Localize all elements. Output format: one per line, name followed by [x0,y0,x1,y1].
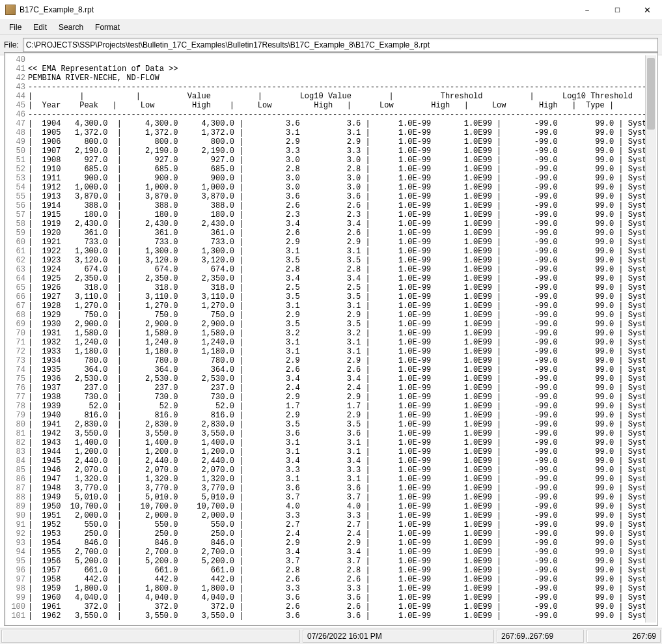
line-number-gutter: 40 41 42 43 44 45 46 47 48 49 50 51 52 5… [7,55,28,623]
window-title: B17C_Example_8.rpt [20,5,572,14]
file-label: File: [4,40,19,49]
file-path-input[interactable] [23,38,658,52]
status-selection: 267:69..267:69 [497,630,584,643]
status-message [1,630,300,643]
maximize-button[interactable]: ☐ [602,0,632,20]
app-icon [5,5,16,15]
status-position: 267:69 [586,630,661,643]
scrollbar-thumb[interactable] [647,58,655,130]
editor-frame: 40 41 42 43 44 45 46 47 48 49 50 51 52 5… [4,52,658,626]
close-button[interactable]: ✕ [632,0,662,20]
menu-file[interactable]: File [4,21,27,33]
statusbar: 07/26/2022 16:01 PM 267:69..267:69 267:6… [0,628,662,644]
menubar: File Edit Search Format [0,20,662,35]
menu-search[interactable]: Search [53,21,89,33]
menu-edit[interactable]: Edit [28,21,52,33]
vertical-scrollbar[interactable] [645,55,656,623]
minimize-button[interactable]: – [572,0,602,20]
titlebar: B17C_Example_8.rpt – ☐ ✕ [0,0,662,20]
text-content[interactable]: << EMA Representation of Data >> PEMBINA… [28,55,655,623]
text-editor[interactable]: 40 41 42 43 44 45 46 47 48 49 50 51 52 5… [7,55,655,623]
menu-format[interactable]: Format [90,21,125,33]
status-datetime: 07/26/2022 16:01 PM [303,630,494,643]
